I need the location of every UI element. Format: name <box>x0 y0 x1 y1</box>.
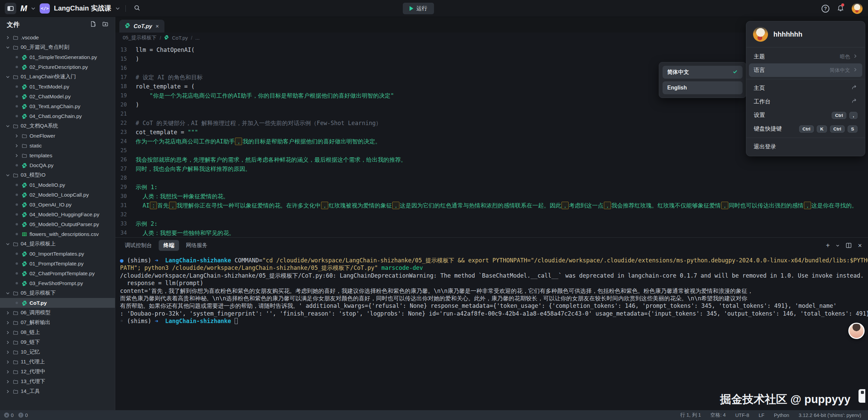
tree-file[interactable]: 02_ChatModel.py <box>0 92 115 101</box>
panel-handle-button[interactable] <box>859 389 865 403</box>
status-item-5[interactable]: 3.12.2 64-bit ('shims': pyenv) <box>799 413 861 418</box>
chevron-right-icon[interactable] <box>5 350 10 354</box>
chevron-right-icon[interactable] <box>5 380 10 384</box>
tree-file[interactable]: 04_ModelIO_HuggingFace.py <box>0 209 115 219</box>
tree-file[interactable]: 01_PromptTemplate.py <box>0 259 115 268</box>
chevron-right-icon[interactable] <box>5 370 10 374</box>
tree-file[interactable]: 01_ModelIO.py <box>0 180 115 190</box>
chevron-down-icon[interactable] <box>5 75 10 79</box>
tree-folder[interactable]: 10_记忆 <box>0 347 115 357</box>
chevron-down-icon[interactable] <box>5 242 10 246</box>
tree-file[interactable]: flowers_with_descriptions.csv <box>0 229 115 239</box>
chevron-right-icon[interactable] <box>14 154 19 158</box>
tree-folder[interactable]: 13_代理下 <box>0 377 115 386</box>
tree-folder[interactable]: OneFlower <box>0 131 115 141</box>
menu-item-1[interactable]: 语言简体中文 <box>749 63 862 77</box>
tree-folder[interactable]: 12_代理中 <box>0 367 115 377</box>
sidebar-toggle-button[interactable] <box>5 3 16 14</box>
terminal-output[interactable]: ● (shims) ➜ LangChain-shizhanke COMMAND=… <box>115 253 868 410</box>
tree-file[interactable]: 02_PictureDescription.py <box>0 62 115 72</box>
run-button[interactable]: 运行 <box>403 3 434 14</box>
close-icon[interactable]: × <box>156 23 159 29</box>
terminal-tab-1[interactable]: 终端 <box>159 240 179 251</box>
new-folder-icon[interactable] <box>102 21 109 29</box>
tree-file[interactable]: CoT.py <box>0 298 115 308</box>
chevron-down-icon[interactable] <box>31 6 36 11</box>
tree-folder[interactable]: 06_调用模型 <box>0 308 115 318</box>
terminal-tab-0[interactable]: 调试控制台 <box>120 240 157 251</box>
assistant-avatar[interactable] <box>848 323 865 339</box>
breadcrumb-file[interactable]: CoT.py <box>172 35 188 41</box>
chevron-right-icon[interactable] <box>5 360 10 364</box>
chevron-down-icon[interactable] <box>5 124 10 128</box>
menu-item-3[interactable]: 主页 <box>749 81 862 95</box>
tree-file[interactable]: 03_FewShotPrompt.py <box>0 278 115 288</box>
tree-folder[interactable]: 05_提示模板下 <box>0 288 115 298</box>
tree-folder[interactable]: static <box>0 141 115 151</box>
chevron-down-icon[interactable] <box>836 244 840 247</box>
tree-folder[interactable]: .vscode <box>0 33 115 42</box>
tree-folder[interactable]: 11_代理上 <box>0 357 115 367</box>
language-option-0[interactable]: 简体中文 <box>663 66 743 79</box>
chevron-right-icon[interactable] <box>5 321 10 325</box>
chevron-right-icon[interactable] <box>14 144 19 148</box>
tree-file[interactable]: 03_OpenAI_IO.py <box>0 200 115 209</box>
tree-file[interactable]: 02_ChatPromptTemplate.py <box>0 268 115 278</box>
chevron-down-icon[interactable] <box>5 173 10 177</box>
tree-file[interactable]: 02_ModelIO_LoopCall.py <box>0 190 115 200</box>
plus-icon[interactable]: + <box>826 242 830 249</box>
breadcrumb-folder[interactable]: 05_提示模板下 <box>123 35 157 41</box>
tree-folder[interactable]: 00_开篇词_奇点时刻 <box>0 42 115 52</box>
terminal-tab-2[interactable]: 网络服务 <box>181 240 212 251</box>
status-item-0[interactable]: 行 1, 列 1 <box>680 412 701 418</box>
status-item-1[interactable]: 空格: 4 <box>710 412 726 418</box>
tree-folder[interactable]: templates <box>0 151 115 160</box>
tree-folder[interactable]: 03_模型IO <box>0 170 115 180</box>
marscode-logo[interactable]: M <box>20 4 27 13</box>
tree-folder[interactable]: 02_文档QA系统 <box>0 121 115 131</box>
chevron-right-icon[interactable] <box>5 331 10 335</box>
project-title[interactable]: LangChain 实战课 <box>54 4 111 13</box>
status-item-2[interactable]: UTF-8 <box>735 413 749 418</box>
warnings-indicator[interactable]: ! 0 <box>18 413 28 418</box>
chevron-down-icon[interactable] <box>115 6 120 11</box>
new-file-icon[interactable] <box>90 21 97 29</box>
chevron-right-icon[interactable] <box>14 134 19 138</box>
errors-indicator[interactable]: × 0 <box>4 413 14 418</box>
menu-item-0[interactable]: 主题暗色 <box>749 50 862 63</box>
tree-file[interactable]: 01_SimpleTextGeneration.py <box>0 52 115 62</box>
menu-item-6[interactable]: 键盘快捷键CtrlKCtrlS <box>749 122 862 136</box>
close-icon[interactable]: × <box>858 242 862 249</box>
tree-folder[interactable]: 07_解析输出 <box>0 318 115 327</box>
chevron-down-icon[interactable] <box>5 291 10 295</box>
tree-file[interactable]: DocQA.py <box>0 160 115 170</box>
menu-item-5[interactable]: 设置Ctrl, <box>749 108 862 122</box>
menu-item-4[interactable]: 工作台 <box>749 95 862 108</box>
tree-folder[interactable]: 14_工具 <box>0 386 115 396</box>
breadcrumb-symbol[interactable]: ... <box>195 35 200 41</box>
split-panel-icon[interactable] <box>846 242 852 248</box>
status-item-3[interactable]: LF <box>758 413 764 418</box>
user-avatar[interactable] <box>852 3 863 14</box>
search-button[interactable] <box>131 4 143 13</box>
tree-file[interactable]: 01_TextModel.py <box>0 82 115 92</box>
notifications-button[interactable] <box>837 4 844 13</box>
tree-file[interactable]: 00_ImportTemplates.py <box>0 249 115 259</box>
tree-folder[interactable]: 01_LangChain快速入门 <box>0 72 115 82</box>
chevron-down-icon[interactable] <box>5 45 10 49</box>
chevron-right-icon[interactable] <box>5 311 10 315</box>
tree-file[interactable]: 03_TextLangChain.py <box>0 101 115 111</box>
help-icon[interactable]: ? <box>822 5 829 13</box>
tree-folder[interactable]: 09_链下 <box>0 337 115 347</box>
chevron-right-icon[interactable] <box>5 36 10 40</box>
tree-folder[interactable]: 04_提示模板上 <box>0 239 115 249</box>
chevron-right-icon[interactable] <box>5 340 10 344</box>
chevron-right-icon[interactable] <box>5 389 10 394</box>
tree-folder[interactable]: 08_链上 <box>0 327 115 337</box>
menu-item-8[interactable]: 退出登录 <box>749 140 862 154</box>
tab-cot-py[interactable]: CoT.py × <box>119 20 164 33</box>
status-item-4[interactable]: Python <box>774 413 789 418</box>
tree-file[interactable]: 04_ChatLongChain.py <box>0 111 115 121</box>
tree-file[interactable]: 05_ModelIO_OutputParser.py <box>0 219 115 229</box>
language-option-1[interactable]: English <box>663 81 743 94</box>
